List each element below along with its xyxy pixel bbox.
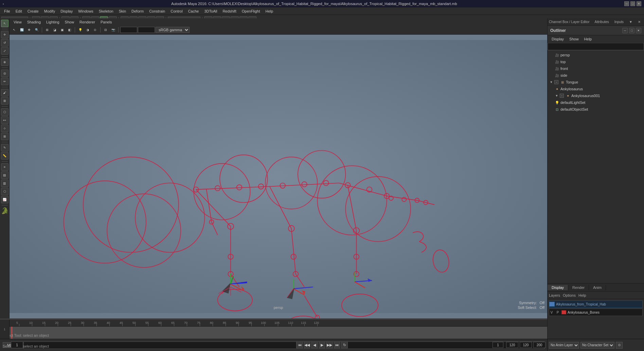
tree-expand-tongue[interactable]: ▼ <box>549 80 554 85</box>
menu-help[interactable]: Help <box>263 8 276 14</box>
character-set-options-btn[interactable]: ⚙ <box>616 342 623 349</box>
outliner-menu-display[interactable]: Display <box>549 36 567 42</box>
minimize-button[interactable]: ─ <box>624 1 629 6</box>
vp-value2-input[interactable]: 1.00 <box>138 27 155 33</box>
menu-deform[interactable]: Deform <box>129 8 146 14</box>
rp-collapse-btn[interactable]: ▼ <box>627 20 634 24</box>
step-back-btn[interactable]: ◀◀ <box>304 341 310 348</box>
vp-menu-shading[interactable]: Shading <box>24 19 43 25</box>
vp-menu-view[interactable]: View <box>11 19 24 25</box>
menu-constrain[interactable]: Constrain <box>146 8 168 14</box>
scale-tool-button[interactable]: ⤢ <box>1 47 8 55</box>
brp-subtab-options[interactable]: Options <box>563 293 576 297</box>
sculpt-button[interactable]: ✏ <box>1 78 8 85</box>
group-expand-icon-ankylosaurus001[interactable]: + <box>560 94 564 98</box>
outliner-menu-help[interactable]: Help <box>582 36 595 42</box>
vp-ao-btn[interactable]: ⊙ <box>92 26 99 33</box>
menu-modify[interactable]: Modify <box>41 8 58 14</box>
cluster-button[interactable]: ⊹ <box>1 125 8 132</box>
measure-button[interactable]: 📏 <box>1 152 8 160</box>
vp-pan-btn[interactable]: ✥ <box>26 26 33 33</box>
layer-editor-button[interactable]: ▥ <box>1 180 8 187</box>
node-editor-button[interactable]: ⬡ <box>1 188 8 195</box>
vp-menu-panels[interactable]: Panels <box>98 19 115 25</box>
tree-item-ankylosaurus001[interactable]: ▼ + ✦ Ankylosaurus001 <box>548 92 644 99</box>
outliner-maximize-btn[interactable]: □ <box>629 28 634 33</box>
vp-menu-renderer[interactable]: Renderer <box>77 19 98 25</box>
outliner-minimize-btn[interactable]: ─ <box>622 28 628 33</box>
vp-zoom-btn[interactable]: 🔍 <box>33 26 40 33</box>
menu-file[interactable]: File <box>1 8 13 14</box>
rp-inputs-btn[interactable]: Inputs <box>612 20 626 24</box>
outliner-close-btn[interactable]: ✕ <box>636 28 641 33</box>
vp-colorspace-select[interactable]: sRGB gamma Linear <box>156 27 190 33</box>
component-editor-button[interactable]: ⊞ <box>1 97 8 105</box>
soft-mod-button[interactable]: ◎ <box>1 70 8 77</box>
go-to-start-btn[interactable]: ⏮ <box>296 341 303 348</box>
rotate-tool-button[interactable]: ↺ <box>1 39 8 47</box>
vp-tumble-btn[interactable]: 🔄 <box>18 26 25 33</box>
current-frame-input[interactable] <box>11 341 23 348</box>
vp-camera-btn[interactable]: 📷 <box>110 26 117 33</box>
brp-tab-anim[interactable]: Anim <box>589 285 606 290</box>
loop-btn[interactable]: ↻ <box>341 341 348 348</box>
lattice-button[interactable]: ⊞ <box>1 133 8 140</box>
layer-row-0[interactable]: Alkylosaurus_from_Tropical_Hab <box>549 300 643 308</box>
tree-item-ankylosaurus[interactable]: ✦ Ankylosaurus <box>548 86 644 92</box>
range-start-input[interactable] <box>493 342 503 348</box>
no-character-set-select[interactable]: No Character Set <box>580 342 614 349</box>
play-fwd-btn[interactable]: ▶ <box>319 341 325 348</box>
menu-3dtoall[interactable]: 3DToAll <box>201 8 220 14</box>
rp-close-btn[interactable]: ✕ <box>636 20 643 24</box>
joint-tool-button[interactable]: ⬡ <box>1 108 8 116</box>
brp-subtab-layers[interactable]: Layers <box>549 293 560 297</box>
vp-combined-btn[interactable]: ◧ <box>66 26 73 33</box>
vp-lighting-btn[interactable]: 💡 <box>77 26 84 33</box>
vp-wireframe-btn[interactable]: ⊞ <box>44 26 51 33</box>
vp-shaded-btn[interactable]: ◪ <box>51 26 58 33</box>
vp-textured-btn[interactable]: ▣ <box>59 26 66 33</box>
ik-handle-button[interactable]: ⊷ <box>1 116 8 124</box>
outliner-menu-show[interactable]: Show <box>567 36 582 42</box>
menu-redshift[interactable]: Redshift <box>220 8 239 14</box>
tree-item-top[interactable]: 🎥 top <box>548 58 644 65</box>
tree-item-tongue[interactable]: ▼ + ⊞ Tongue <box>548 79 644 86</box>
tree-item-front[interactable]: 🎥 front <box>548 65 644 72</box>
outliner-search-input[interactable] <box>549 44 642 49</box>
annotation-button[interactable]: ✎ <box>1 144 8 151</box>
graph-editor-button[interactable]: 📈 <box>1 196 8 203</box>
layer-row-1[interactable]: V P Ankylosaurus_Bones <box>549 309 643 316</box>
close-button[interactable]: ✕ <box>637 1 641 6</box>
brp-tab-render[interactable]: Render <box>568 285 589 290</box>
timeline-frames[interactable] <box>10 327 547 339</box>
menu-skin[interactable]: Skin <box>116 8 129 14</box>
menu-display[interactable]: Display <box>58 8 75 14</box>
menu-windows[interactable]: Windows <box>75 8 96 14</box>
menu-skeleton[interactable]: Skeleton <box>96 8 116 14</box>
vp-menu-show[interactable]: Show <box>62 19 77 25</box>
menu-create[interactable]: Create <box>25 8 41 14</box>
maximize-button[interactable]: □ <box>630 1 635 6</box>
vp-grid-btn[interactable]: ⊟ <box>102 26 109 33</box>
tree-item-defaultlightset[interactable]: 💡 defaultLightSet <box>548 99 644 106</box>
outliner-search[interactable] <box>548 43 644 50</box>
show-manipulator-button[interactable]: ⊕ <box>1 58 8 66</box>
attr-editor-button[interactable]: ≡ <box>1 163 8 171</box>
rp-attributes-btn[interactable]: Attributes <box>593 20 611 24</box>
tree-item-defaultobjectset[interactable]: ⊡ defaultObjectSet <box>548 106 644 113</box>
render-icon[interactable]: 🐊 <box>1 207 8 215</box>
vp-shadow-btn[interactable]: ◑ <box>84 26 91 33</box>
vp-menu-lighting[interactable]: Lighting <box>43 19 62 25</box>
paint-weights-button[interactable]: 🖌 <box>1 89 8 96</box>
channel-box-button[interactable]: ▤ <box>1 171 8 179</box>
menu-edit[interactable]: Edit <box>13 8 25 14</box>
no-anim-layer-select[interactable]: No Anim Layer <box>549 342 579 349</box>
vp-value1-input[interactable]: 0.00 <box>120 27 137 33</box>
end-frame-input[interactable] <box>533 342 545 348</box>
tree-item-persp[interactable]: 🎥 persp <box>548 52 644 58</box>
tree-expand-ankylosaurus001[interactable]: ▼ <box>554 93 559 98</box>
play-back-btn[interactable]: ◀ <box>311 341 318 348</box>
range-end-input[interactable] <box>520 342 532 348</box>
menu-control[interactable]: Control <box>168 8 185 14</box>
playback-speed-input[interactable] <box>506 342 518 348</box>
